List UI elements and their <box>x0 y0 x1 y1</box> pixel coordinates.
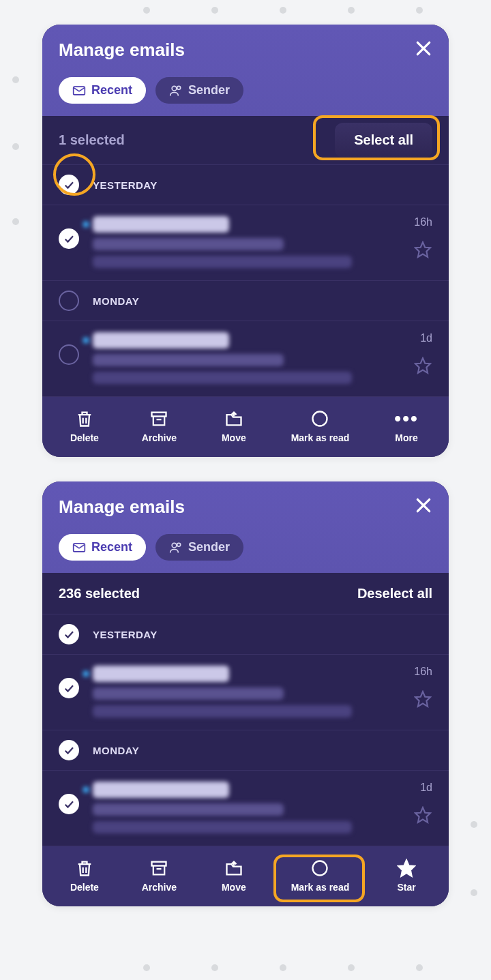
page-title: Manage emails <box>59 40 185 61</box>
check-icon <box>63 628 75 640</box>
group-label: YESTERDAY <box>93 179 158 191</box>
svg-point-6 <box>313 412 327 426</box>
group-label: MONDAY <box>93 745 139 756</box>
group-checkbox[interactable] <box>59 175 79 195</box>
email-sender <box>93 782 229 798</box>
email-sender <box>93 332 229 348</box>
star-button[interactable] <box>413 357 432 376</box>
email-subject <box>93 238 284 250</box>
filter-recent[interactable]: Recent <box>59 534 146 561</box>
folder-move-icon <box>224 859 243 878</box>
action-toolbar: Delete Archive Move Mark as read ••• Mor… <box>42 397 449 457</box>
archive-icon <box>149 409 168 428</box>
close-button[interactable] <box>415 40 432 61</box>
star-action-button[interactable]: Star <box>385 856 428 895</box>
circle-icon <box>310 409 329 428</box>
check-icon <box>63 233 75 245</box>
mail-icon <box>72 84 86 98</box>
svg-rect-12 <box>152 862 166 866</box>
group-checkbox[interactable] <box>59 740 79 760</box>
group-checkbox[interactable] <box>59 624 79 644</box>
people-icon <box>169 541 183 554</box>
email-preview <box>93 821 352 833</box>
mail-icon <box>72 541 86 554</box>
move-button[interactable]: Move <box>212 406 256 446</box>
svg-rect-5 <box>152 413 166 417</box>
mark-read-button[interactable]: Mark as read <box>286 856 355 895</box>
archive-button[interactable]: Archive <box>136 406 182 446</box>
check-icon <box>63 179 75 191</box>
svg-point-13 <box>313 861 327 876</box>
move-button[interactable]: Move <box>212 856 256 895</box>
star-button[interactable] <box>413 690 432 709</box>
mark-read-button[interactable]: Mark as read <box>286 406 355 446</box>
select-all-button[interactable]: Select all <box>335 123 432 158</box>
group-header-yesterday: YESTERDAY <box>42 164 449 205</box>
email-subject <box>93 354 284 366</box>
star-filled-icon <box>397 859 416 878</box>
svg-point-1 <box>172 86 177 91</box>
close-button[interactable] <box>415 496 432 518</box>
circle-icon <box>310 859 329 878</box>
email-sender <box>93 216 229 233</box>
delete-button[interactable]: Delete <box>63 856 106 895</box>
manage-emails-panel: Manage emails Recent Sender 1 selected S… <box>42 25 449 457</box>
email-checkbox[interactable] <box>59 344 79 365</box>
email-time: 1d <box>420 332 432 344</box>
dots-icon: ••• <box>394 409 418 428</box>
star-outline-icon <box>414 690 432 708</box>
filter-recent[interactable]: Recent <box>59 77 146 104</box>
email-preview <box>93 705 352 717</box>
email-checkbox[interactable] <box>59 678 79 698</box>
star-outline-icon <box>414 241 432 258</box>
star-outline-icon <box>414 806 432 824</box>
close-icon <box>415 40 432 57</box>
delete-button[interactable]: Delete <box>63 406 106 446</box>
group-header-yesterday: YESTERDAY <box>42 614 449 655</box>
action-toolbar: Delete Archive Move Mark as read Star <box>42 846 449 906</box>
svg-marker-4 <box>415 358 430 373</box>
email-preview <box>93 256 352 268</box>
page-title: Manage emails <box>59 496 185 518</box>
selection-count: 236 selected <box>59 586 140 602</box>
email-subject <box>93 687 284 700</box>
svg-marker-3 <box>415 242 430 257</box>
trash-icon <box>75 859 94 878</box>
group-checkbox[interactable] <box>59 291 79 311</box>
email-checkbox[interactable] <box>59 228 79 249</box>
email-row[interactable]: 1d <box>42 771 449 846</box>
people-icon <box>169 84 183 98</box>
email-subject <box>93 803 284 816</box>
email-time: 16h <box>414 666 432 678</box>
group-label: MONDAY <box>93 295 139 307</box>
email-preview <box>93 372 352 384</box>
group-header-monday: MONDAY <box>42 730 449 771</box>
svg-marker-10 <box>415 692 430 707</box>
filter-sender[interactable]: Sender <box>155 534 243 561</box>
archive-icon <box>149 859 168 878</box>
svg-point-9 <box>177 543 181 546</box>
email-checkbox[interactable] <box>59 794 79 814</box>
svg-point-2 <box>177 86 181 89</box>
group-header-monday: MONDAY <box>42 281 449 321</box>
svg-marker-14 <box>398 860 414 876</box>
svg-point-8 <box>172 543 177 548</box>
filter-sender[interactable]: Sender <box>155 77 243 104</box>
star-button[interactable] <box>413 241 432 260</box>
star-button[interactable] <box>413 806 432 825</box>
star-outline-icon <box>414 357 432 374</box>
svg-marker-11 <box>415 807 430 822</box>
archive-button[interactable]: Archive <box>136 856 182 895</box>
trash-icon <box>75 409 94 428</box>
email-time: 1d <box>420 782 432 794</box>
email-sender <box>93 666 229 682</box>
email-row[interactable]: 1d <box>42 321 449 397</box>
close-icon <box>415 496 432 514</box>
group-label: YESTERDAY <box>93 629 158 640</box>
email-row[interactable]: 16h <box>42 205 449 281</box>
check-icon <box>63 744 75 756</box>
email-row[interactable]: 16h <box>42 655 449 730</box>
selection-count: 1 selected <box>59 132 125 148</box>
more-button[interactable]: ••• More <box>385 406 428 446</box>
deselect-all-button[interactable]: Deselect all <box>357 586 432 602</box>
